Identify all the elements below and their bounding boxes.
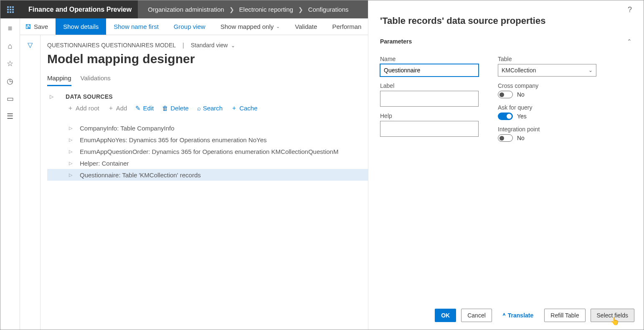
parameters-header[interactable]: Parameters ⌃ — [380, 38, 632, 45]
chevron-down-icon: ⌄ — [588, 67, 593, 73]
filter-icon[interactable]: ▽ — [28, 41, 33, 330]
plus-icon: ＋ — [231, 104, 237, 112]
plus-icon: ＋ — [108, 104, 114, 112]
select-fields-button[interactable]: Select fields — [591, 309, 634, 322]
help-field: Help — [380, 113, 479, 137]
cache-button[interactable]: ＋Cache — [231, 104, 257, 112]
save-button[interactable]: 🖫 Save — [20, 18, 56, 35]
pencil-icon: ✎ — [135, 105, 141, 112]
save-icon: 🖫 — [25, 23, 31, 30]
chevron-down-icon: ⌄ — [276, 24, 280, 29]
waffle-icon — [7, 6, 14, 13]
help-input[interactable] — [380, 121, 479, 137]
chevron-down-icon: ⌄ — [231, 43, 235, 49]
help-label: Help — [380, 113, 479, 119]
caret-icon: ▷ — [69, 161, 73, 166]
performance-button[interactable]: Performan — [325, 18, 369, 35]
caret-icon: ▷ — [69, 137, 73, 143]
show-mapped-only-button[interactable]: Show mapped only ⌄ — [213, 18, 288, 35]
tab-validations[interactable]: Validations — [81, 74, 111, 86]
trash-icon: 🗑 — [162, 105, 168, 112]
translate-button[interactable]: ᴬ Translate — [497, 309, 539, 322]
caret-icon: ▷ — [69, 172, 73, 178]
cancel-button[interactable]: Cancel — [461, 309, 492, 322]
view-selector[interactable]: Standard view ⌄ — [191, 42, 236, 49]
label-input[interactable] — [380, 91, 479, 107]
left-nav-rail: ≡ ⌂ ☆ ◷ ▭ ☰ — [0, 18, 20, 330]
add-root-button[interactable]: ＋Add root — [67, 104, 99, 112]
ask-for-query-value: Yes — [517, 113, 527, 120]
separator: | — [183, 42, 184, 49]
chevron-right-icon: ❯ — [298, 6, 303, 13]
table-field: Table KMCollection ⌄ — [498, 56, 596, 77]
cross-company-field: Cross company No — [498, 82, 596, 98]
parameters-body: Name Label Help Table KMCollection — [380, 56, 632, 142]
hamburger-icon[interactable]: ≡ — [6, 24, 14, 33]
name-input[interactable] — [380, 64, 479, 77]
breadcrumb-item[interactable]: Electronic reporting — [239, 6, 293, 13]
name-field: Name — [380, 56, 479, 77]
expand-caret-icon[interactable]: ▷ — [50, 94, 55, 100]
integration-point-value: No — [517, 135, 525, 141]
group-view-button[interactable]: Group view — [166, 18, 213, 35]
show-details-button[interactable]: Show details — [56, 18, 106, 35]
edit-button[interactable]: ✎Edit — [135, 105, 154, 112]
delete-button[interactable]: 🗑Delete — [162, 105, 188, 112]
integration-point-toggle[interactable] — [498, 134, 513, 142]
module-icon[interactable]: ▭ — [6, 95, 14, 103]
ok-button[interactable]: OK — [435, 309, 456, 322]
label-field: Label — [380, 82, 479, 107]
cross-company-value: No — [517, 91, 525, 98]
table-select[interactable]: KMCollection ⌄ — [498, 64, 596, 77]
chevron-right-icon: ❯ — [229, 6, 234, 13]
ask-for-query-label: Ask for query — [498, 104, 596, 111]
data-sources-header: DATA SOURCES — [66, 93, 113, 100]
tab-mapping[interactable]: Mapping — [47, 74, 71, 86]
list-icon[interactable]: ☰ — [6, 112, 14, 120]
cross-company-toggle[interactable] — [498, 91, 513, 98]
show-name-first-button[interactable]: Show name first — [106, 18, 166, 35]
recent-icon[interactable]: ◷ — [6, 77, 14, 85]
properties-panel: ? 'Table records' data source properties… — [368, 0, 644, 330]
plus-icon: ＋ — [67, 104, 74, 112]
search-button[interactable]: ⌕Search — [197, 105, 223, 112]
star-icon[interactable]: ☆ — [6, 59, 14, 68]
table-label: Table — [498, 56, 596, 62]
integration-point-field: Integration point No — [498, 126, 596, 142]
help-icon[interactable]: ? — [628, 5, 632, 14]
ask-for-query-toggle[interactable] — [498, 113, 513, 120]
panel-footer: OK Cancel ᴬ Translate Refill Table Selec… — [368, 301, 644, 330]
label-label: Label — [380, 82, 479, 89]
search-icon: ⌕ — [197, 105, 201, 112]
caret-icon: ▷ — [69, 149, 73, 154]
filter-column: ▽ — [20, 35, 41, 330]
caret-icon: ▷ — [69, 125, 73, 131]
ask-for-query-field: Ask for query Yes — [498, 104, 596, 120]
name-label: Name — [380, 56, 479, 62]
breadcrumb: Organization administration ❯ Electronic… — [138, 0, 349, 18]
app-launcher[interactable] — [0, 0, 20, 18]
chevron-up-icon: ⌃ — [627, 38, 632, 45]
validate-button[interactable]: Validate — [287, 18, 325, 35]
breadcrumb-item[interactable]: Organization administration — [148, 6, 224, 13]
app-title: Finance and Operations Preview — [20, 0, 138, 18]
translate-icon: ᴬ — [503, 312, 505, 319]
refill-table-button[interactable]: Refill Table — [544, 309, 585, 322]
model-path: QUESTIONNAIRES QUESTIONNAIRES MODEL — [47, 42, 176, 49]
cross-company-label: Cross company — [498, 82, 596, 89]
add-button[interactable]: ＋Add — [108, 104, 127, 112]
panel-title: 'Table records' data source properties — [380, 15, 632, 26]
home-icon[interactable]: ⌂ — [6, 42, 14, 50]
integration-point-label: Integration point — [498, 126, 596, 133]
breadcrumb-item[interactable]: Configurations — [308, 6, 349, 13]
